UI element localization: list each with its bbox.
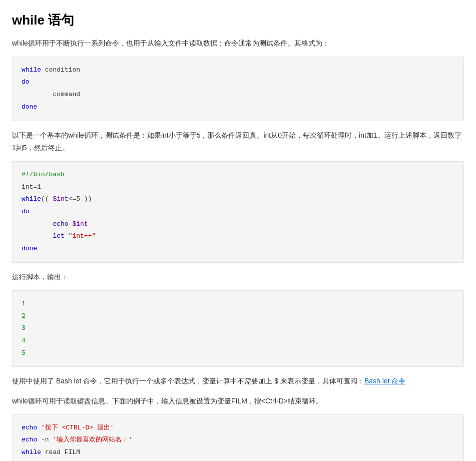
output-code-block: 1 2 3 4 5	[12, 290, 464, 367]
intro-text: while循环用于不断执行一系列命令，也用于从输入文件中读取数据；命令通常为测试…	[12, 37, 464, 50]
let-command-link[interactable]: Bash let 命令	[364, 377, 405, 385]
keyboard-code-block: echo '按下 <CTRL-D> 退出' echo -n '输入你最喜欢的网站…	[12, 414, 464, 461]
keyboard-description-text: while循环可用于读取键盘信息。下面的例子中，输入信息被设置为变量FILM，按…	[12, 395, 464, 407]
page-title: while 语句	[12, 10, 464, 31]
description1-text: 以下是一个基本的while循环，测试条件是：如果int小于等于5，那么条件返回真…	[12, 129, 464, 154]
syntax-code-block: while condition do command done	[12, 57, 464, 121]
let-description-text: 使用中使用了 Bash let 命令，它用于执行一个或多个表达式，变量计算中不需…	[12, 375, 464, 387]
example-code-block: #!/bin/bash int=1 while(( $int<=5 )) do …	[12, 161, 464, 263]
run-output-label: 运行脚本，输出：	[12, 271, 464, 283]
